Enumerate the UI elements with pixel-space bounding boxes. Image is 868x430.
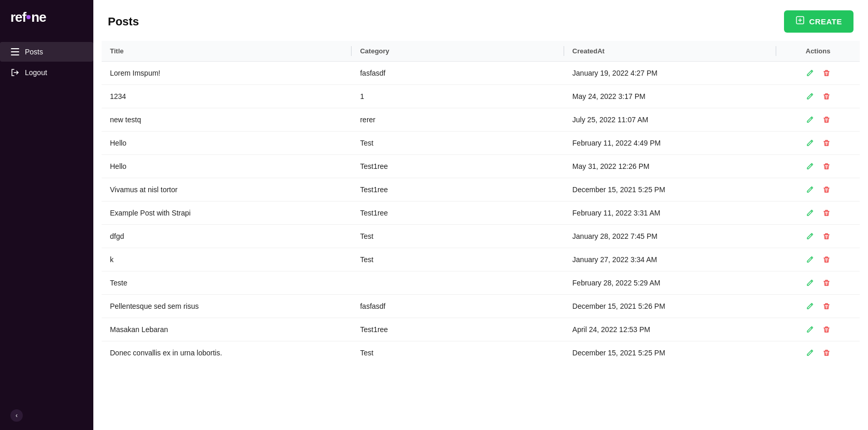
collapse-icon: ‹ (10, 409, 23, 422)
sidebar-collapse-button[interactable]: ‹ (0, 401, 93, 430)
sidebar-item-logout[interactable]: Logout (0, 63, 93, 82)
cell-actions (776, 271, 860, 295)
edit-button[interactable] (805, 138, 815, 148)
posts-icon (10, 47, 20, 56)
cell-title: Donec convallis ex in urna lobortis. (102, 341, 352, 365)
table-header: Title Category CreatedAt Actions (102, 41, 860, 62)
logo: refne (0, 0, 93, 38)
cell-actions (776, 318, 860, 341)
cell-createdat: February 28, 2022 5:29 AM (564, 271, 776, 295)
cell-category: 1 (352, 85, 564, 108)
delete-button[interactable] (821, 301, 832, 311)
page-title: Posts (108, 15, 139, 28)
main-content: Posts CREATE Title Category CreatedAt Ac… (93, 0, 868, 430)
sidebar-item-posts[interactable]: Posts (0, 42, 93, 62)
cell-actions (776, 225, 860, 248)
cell-createdat: July 25, 2022 11:07 AM (564, 108, 776, 132)
cell-actions (776, 132, 860, 155)
table-header-row: Title Category CreatedAt Actions (102, 41, 860, 62)
edit-button[interactable] (805, 114, 815, 125)
table-row: Pellentesque sed sem risus fasfasdf Dece… (102, 295, 860, 318)
create-button-label: CREATE (809, 17, 842, 26)
edit-button[interactable] (805, 324, 815, 335)
cell-createdat: December 15, 2021 5:25 PM (564, 341, 776, 365)
logo-text: refne (10, 9, 46, 25)
delete-button[interactable] (821, 184, 832, 195)
delete-button[interactable] (821, 161, 832, 171)
posts-table: Title Category CreatedAt Actions Lorem I… (102, 41, 860, 364)
table-row: Hello Test February 11, 2022 4:49 PM (102, 132, 860, 155)
delete-button[interactable] (821, 208, 832, 218)
delete-button[interactable] (821, 138, 832, 148)
svg-rect-1 (11, 51, 19, 52)
table-row: 1234 1 May 24, 2022 3:17 PM (102, 85, 860, 108)
sidebar-item-label: Logout (25, 68, 47, 77)
edit-button[interactable] (805, 68, 815, 78)
delete-button[interactable] (821, 348, 832, 358)
cell-title: Hello (102, 132, 352, 155)
edit-button[interactable] (805, 348, 815, 358)
table-container: Title Category CreatedAt Actions Lorem I… (93, 41, 868, 430)
create-button[interactable]: CREATE (784, 10, 853, 33)
cell-category: fasfasdf (352, 295, 564, 318)
delete-button[interactable] (821, 324, 832, 335)
cell-createdat: May 24, 2022 3:17 PM (564, 85, 776, 108)
edit-button[interactable] (805, 254, 815, 265)
column-header-category: Category (352, 41, 564, 62)
cell-actions (776, 248, 860, 271)
cell-title: k (102, 248, 352, 271)
svg-rect-0 (11, 48, 19, 49)
delete-button[interactable] (821, 254, 832, 265)
cell-createdat: February 11, 2022 4:49 PM (564, 132, 776, 155)
cell-title: Masakan Lebaran (102, 318, 352, 341)
cell-category: Test1ree (352, 155, 564, 178)
edit-button[interactable] (805, 184, 815, 195)
cell-title: Hello (102, 155, 352, 178)
table-row: Lorem Imspum! fasfasdf January 19, 2022 … (102, 62, 860, 85)
cell-actions (776, 202, 860, 225)
delete-button[interactable] (821, 231, 832, 241)
sidebar: refne Posts Logout ‹ (0, 0, 93, 430)
cell-actions (776, 341, 860, 365)
cell-title: dfgd (102, 225, 352, 248)
edit-button[interactable] (805, 231, 815, 241)
cell-title: Teste (102, 271, 352, 295)
cell-actions (776, 85, 860, 108)
sidebar-item-label: Posts (25, 48, 43, 56)
cell-category: fasfasdf (352, 62, 564, 85)
cell-title: new testq (102, 108, 352, 132)
column-header-title: Title (102, 41, 352, 62)
table-row: Masakan Lebaran Test1ree April 24, 2022 … (102, 318, 860, 341)
cell-createdat: January 19, 2022 4:27 PM (564, 62, 776, 85)
cell-actions (776, 155, 860, 178)
table-body: Lorem Imspum! fasfasdf January 19, 2022 … (102, 62, 860, 365)
cell-createdat: January 27, 2022 3:34 AM (564, 248, 776, 271)
create-plus-icon (795, 16, 805, 27)
column-header-createdat: CreatedAt (564, 41, 776, 62)
edit-button[interactable] (805, 301, 815, 311)
delete-button[interactable] (821, 278, 832, 288)
table-row: Example Post with Strapi Test1ree Februa… (102, 202, 860, 225)
table-row: Vivamus at nisl tortor Test1ree December… (102, 178, 860, 202)
delete-button[interactable] (821, 68, 832, 78)
cell-actions (776, 295, 860, 318)
cell-createdat: May 31, 2022 12:26 PM (564, 155, 776, 178)
cell-category: Test (352, 132, 564, 155)
edit-button[interactable] (805, 91, 815, 102)
column-header-actions: Actions (776, 41, 860, 62)
edit-button[interactable] (805, 208, 815, 218)
edit-button[interactable] (805, 278, 815, 288)
cell-title: Lorem Imspum! (102, 62, 352, 85)
cell-createdat: April 24, 2022 12:53 PM (564, 318, 776, 341)
svg-rect-2 (11, 54, 19, 55)
cell-category: Test1ree (352, 178, 564, 202)
edit-button[interactable] (805, 161, 815, 171)
delete-button[interactable] (821, 114, 832, 125)
cell-createdat: February 11, 2022 3:31 AM (564, 202, 776, 225)
cell-title: Pellentesque sed sem risus (102, 295, 352, 318)
cell-actions (776, 108, 860, 132)
cell-title: 1234 (102, 85, 352, 108)
cell-createdat: December 15, 2021 5:25 PM (564, 178, 776, 202)
page-header: Posts CREATE (93, 0, 868, 41)
delete-button[interactable] (821, 91, 832, 102)
